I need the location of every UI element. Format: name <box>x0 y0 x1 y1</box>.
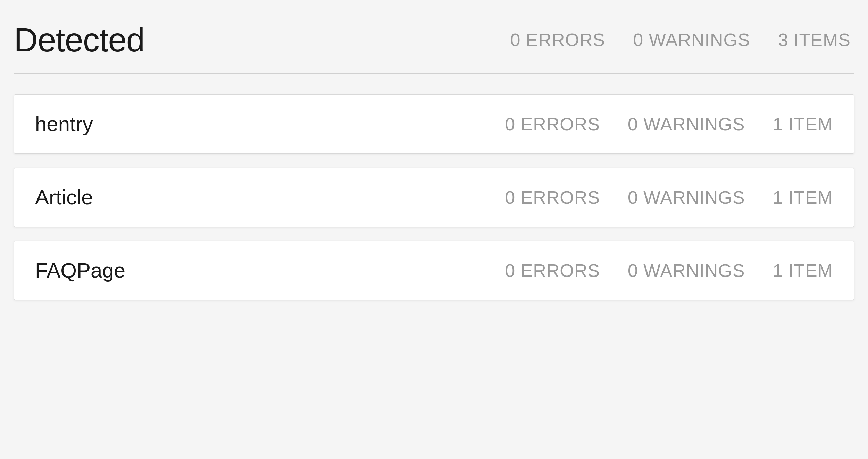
item-name: FAQPage <box>35 258 125 282</box>
header-divider <box>14 73 854 74</box>
item-stats: 0 ERRORS 0 WARNINGS 1 ITEM <box>505 260 833 281</box>
header-section: Detected 0 ERRORS 0 WARNINGS 3 ITEMS <box>14 14 854 69</box>
item-name: Article <box>35 185 93 209</box>
item-warnings: 0 WARNINGS <box>628 187 745 208</box>
list-item[interactable]: hentry 0 ERRORS 0 WARNINGS 1 ITEM <box>14 94 854 154</box>
item-items: 1 ITEM <box>773 187 833 208</box>
item-name: hentry <box>35 112 93 136</box>
header-warnings-stat: 0 WARNINGS <box>633 29 750 50</box>
item-errors: 0 ERRORS <box>505 187 600 208</box>
item-errors: 0 ERRORS <box>505 260 600 281</box>
header-stats: 0 ERRORS 0 WARNINGS 3 ITEMS <box>510 29 854 50</box>
items-list: hentry 0 ERRORS 0 WARNINGS 1 ITEM Articl… <box>14 94 854 300</box>
item-stats: 0 ERRORS 0 WARNINGS 1 ITEM <box>505 187 833 208</box>
item-errors: 0 ERRORS <box>505 114 600 135</box>
item-stats: 0 ERRORS 0 WARNINGS 1 ITEM <box>505 114 833 135</box>
item-items: 1 ITEM <box>773 260 833 281</box>
header-errors-stat: 0 ERRORS <box>510 29 605 50</box>
list-item[interactable]: Article 0 ERRORS 0 WARNINGS 1 ITEM <box>14 168 854 227</box>
item-warnings: 0 WARNINGS <box>628 114 745 135</box>
item-warnings: 0 WARNINGS <box>628 260 745 281</box>
page-title: Detected <box>14 21 144 59</box>
header-items-stat: 3 ITEMS <box>778 29 851 50</box>
item-items: 1 ITEM <box>773 114 833 135</box>
list-item[interactable]: FAQPage 0 ERRORS 0 WARNINGS 1 ITEM <box>14 241 854 300</box>
page-container: Detected 0 ERRORS 0 WARNINGS 3 ITEMS hen… <box>0 0 868 459</box>
